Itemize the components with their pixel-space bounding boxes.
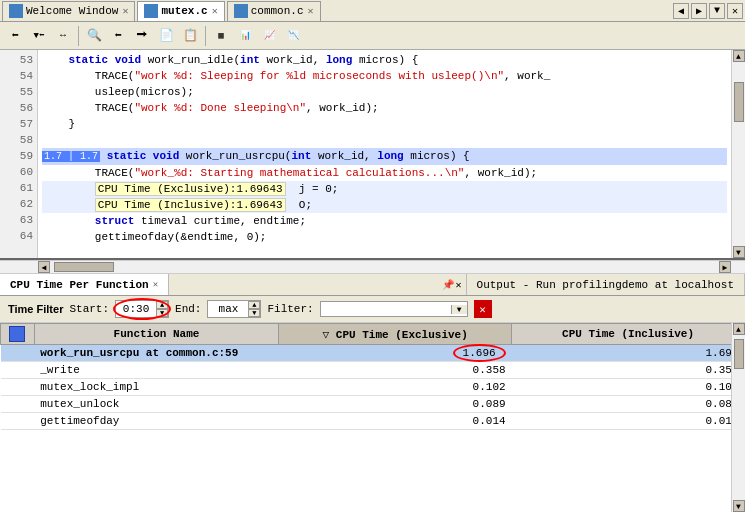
scroll-thumb[interactable]: [734, 82, 744, 122]
toolbar-back-button[interactable]: ⬅: [4, 25, 26, 47]
toolbar-chart4[interactable]: 📉: [282, 25, 304, 47]
toolbar-fwd-button[interactable]: ▼⬅: [28, 25, 50, 47]
panel-pin-icon[interactable]: 📌: [442, 279, 454, 291]
row-exc-cell: 0.102: [279, 379, 512, 396]
code-line-64: gettimeofday(&endtime, 0);: [42, 229, 727, 245]
table-row[interactable]: work_run_usrcpu at common.c:59 1.696 1.6…: [1, 345, 745, 362]
row-inc-cell: 0.014: [512, 413, 745, 430]
table-scroll-down[interactable]: ▼: [733, 500, 745, 512]
row-icon-cell: [1, 379, 35, 396]
col-inc-header[interactable]: CPU Time (Inclusive): [512, 324, 745, 345]
toolbar-btn3[interactable]: ↔: [52, 25, 74, 47]
tab-welcome-label: Welcome Window: [26, 5, 118, 17]
code-line-60: TRACE("work_%d: Starting mathematical ca…: [42, 165, 727, 181]
editor-scrollbar-v[interactable]: ▲ ▼: [731, 50, 745, 258]
cpu-time-table: Function Name ▽ CPU Time (Exclusive) CPU…: [0, 323, 745, 430]
row-inc-cell: 0.089: [512, 396, 745, 413]
toolbar-search-back[interactable]: ⬅: [107, 25, 129, 47]
start-down-arrow[interactable]: ▼: [156, 309, 168, 317]
tab-welcome-close[interactable]: ✕: [122, 5, 128, 17]
toolbar-chart3[interactable]: 📈: [258, 25, 280, 47]
nav-next-button[interactable]: ▶: [691, 3, 707, 19]
code-line-53: static void work_run_idle(int work_id, l…: [42, 52, 727, 68]
end-spinner[interactable]: ▲ ▼: [207, 300, 261, 318]
start-label: Start:: [69, 303, 109, 315]
toolbar-sep2: [205, 26, 206, 46]
end-input[interactable]: [208, 302, 248, 316]
table-row[interactable]: mutex_unlock 0.089 0.089: [1, 396, 745, 413]
row-inc-cell: 0.358: [512, 362, 745, 379]
toolbar-sep1: [78, 26, 79, 46]
tab-cpu-time-label: CPU Time Per Function: [10, 279, 149, 291]
tab-welcome[interactable]: Welcome Window ✕: [2, 1, 135, 21]
panel-close-icon[interactable]: ✕: [456, 279, 462, 291]
tab-mutex-icon: [144, 4, 158, 18]
row-fn-cell: gettimeofday: [34, 413, 279, 430]
code-line-57: }: [42, 116, 727, 132]
tab-mutex-label: mutex.c: [161, 5, 207, 17]
time-filter-label: Time Filter: [8, 303, 63, 315]
end-up-arrow[interactable]: ▲: [248, 301, 260, 309]
bottom-panel: CPU Time Per Function ✕ 📌 ✕ Output - Run…: [0, 274, 745, 512]
filter-input[interactable]: [321, 302, 451, 316]
col-fn-header[interactable]: Function Name: [34, 324, 279, 345]
code-content[interactable]: static void work_run_idle(int work_id, l…: [38, 50, 731, 258]
start-up-arrow[interactable]: ▲: [156, 301, 168, 309]
scroll-up-arrow[interactable]: ▲: [733, 50, 745, 62]
scroll-right-arrow[interactable]: ▶: [719, 261, 731, 273]
end-spinner-arrows: ▲ ▼: [248, 301, 260, 317]
table-wrap[interactable]: Function Name ▽ CPU Time (Exclusive) CPU…: [0, 323, 745, 512]
start-input[interactable]: [116, 302, 156, 316]
col-exc-header[interactable]: ▽ CPU Time (Exclusive): [279, 324, 512, 345]
editor-scrollbar-h[interactable]: ◀ ▶: [0, 260, 745, 274]
start-spinner[interactable]: ▲ ▼: [115, 300, 169, 318]
nav-menu-button[interactable]: ▼: [709, 3, 725, 19]
scroll-left-arrow[interactable]: ◀: [38, 261, 50, 273]
toolbar-clipboard[interactable]: 📋: [179, 25, 201, 47]
row-exc-cell: 0.089: [279, 396, 512, 413]
row-exc-cell: 1.696: [279, 345, 512, 362]
tab-mutex-close[interactable]: ✕: [212, 5, 218, 17]
code-line-55: usleep(micros);: [42, 84, 727, 100]
code-line-58: [42, 132, 727, 148]
table-scroll-thumb[interactable]: [734, 339, 744, 369]
row-exc-cell: 0.358: [279, 362, 512, 379]
table-row[interactable]: _write 0.358 0.358: [1, 362, 745, 379]
end-down-arrow[interactable]: ▼: [248, 309, 260, 317]
toolbar-magnify[interactable]: 🔍: [83, 25, 105, 47]
table-func-icon: [9, 326, 25, 342]
nav-buttons: ◀ ▶ ▼ ✕: [673, 3, 743, 19]
code-line-63: struct timeval curtime, endtime;: [42, 213, 727, 229]
filter-dropdown[interactable]: ▼: [320, 301, 468, 317]
tab-cpu-time[interactable]: CPU Time Per Function ✕: [0, 274, 169, 295]
app-window: Welcome Window ✕ mutex.c ✕ common.c ✕ ◀ …: [0, 0, 745, 512]
toolbar-doc[interactable]: 📄: [155, 25, 177, 47]
time-filter-row: Time Filter Start: ▲ ▼ End: ▲ ▼: [0, 296, 745, 323]
tab-cpu-time-close[interactable]: ✕: [153, 279, 158, 290]
tab-mutex[interactable]: mutex.c ✕: [137, 1, 224, 21]
toolbar-search-fwd[interactable]: ⮕: [131, 25, 153, 47]
line-numbers: 53 54 55 56 57 58 59 60 61 62 63 64: [0, 50, 38, 258]
exc-value-highlight: 1.696: [453, 344, 506, 362]
row-inc-cell: 0.102: [512, 379, 745, 396]
tab-welcome-icon: [9, 4, 23, 18]
table-scroll-up[interactable]: ▲: [733, 323, 745, 335]
code-editor: 53 54 55 56 57 58 59 60 61 62 63 64 stat…: [0, 50, 745, 260]
tab-common-close[interactable]: ✕: [308, 5, 314, 17]
tab-common-label: common.c: [251, 5, 304, 17]
nav-prev-button[interactable]: ◀: [673, 3, 689, 19]
table-row[interactable]: gettimeofday 0.014 0.014: [1, 413, 745, 430]
clear-filter-button[interactable]: ✕: [474, 300, 492, 318]
tab-output[interactable]: Output - Run profilingdemo at localhost: [466, 274, 745, 295]
table-row[interactable]: mutex_lock_impl 0.102 0.102: [1, 379, 745, 396]
h-scroll-thumb[interactable]: [54, 262, 114, 272]
table-scrollbar-v[interactable]: ▲ ▼: [731, 323, 745, 512]
filter-dropdown-arrow[interactable]: ▼: [451, 305, 467, 314]
nav-close-button[interactable]: ✕: [727, 3, 743, 19]
row-icon-cell: [1, 362, 35, 379]
toolbar-chart1[interactable]: ▦: [210, 25, 232, 47]
row-inc-cell: 1.696: [512, 345, 745, 362]
scroll-down-arrow[interactable]: ▼: [733, 246, 745, 258]
tab-common[interactable]: common.c ✕: [227, 1, 321, 21]
toolbar-chart2[interactable]: 📊: [234, 25, 256, 47]
